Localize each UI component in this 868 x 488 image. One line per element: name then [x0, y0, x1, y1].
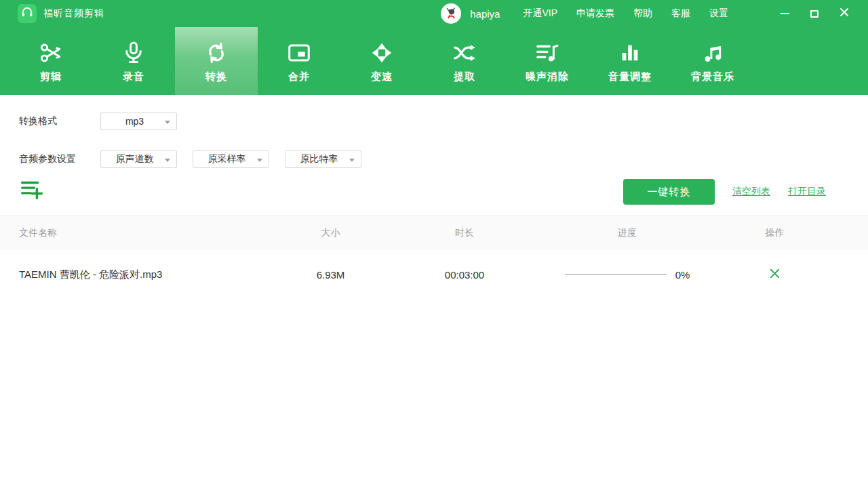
username[interactable]: hapiya: [470, 8, 500, 20]
params-label: 音频参数设置: [19, 153, 100, 165]
headphones-icon: [20, 5, 34, 22]
menu-item-invoice[interactable]: 申请发票: [576, 7, 614, 20]
tool-label: 提取: [454, 70, 475, 83]
header-operation: 操作: [722, 227, 827, 239]
format-select[interactable]: mp3: [100, 113, 177, 130]
window-controls: [765, 3, 868, 24]
scissors-icon: [38, 39, 64, 66]
progress-cell: 0%: [532, 269, 722, 281]
menu-item-vip[interactable]: 开通VIP: [523, 7, 557, 20]
format-select-value: mp3: [125, 116, 144, 127]
tool-record[interactable]: 录音: [92, 27, 175, 95]
menu-item-help[interactable]: 帮助: [633, 7, 652, 20]
tool-background-music[interactable]: 背景音乐: [671, 27, 754, 95]
chevron-down-icon: [165, 159, 170, 162]
header-file-name: 文件名称: [0, 227, 264, 239]
volume-bars-icon: [618, 39, 642, 66]
add-file-list-icon: [20, 180, 45, 204]
playlist-note-icon: [534, 39, 560, 66]
tool-volume-adjust[interactable]: 音量调整: [589, 27, 671, 95]
add-files-button[interactable]: [20, 180, 45, 204]
shuffle-extract-icon: [452, 39, 477, 66]
chevron-down-icon: [257, 159, 262, 162]
chevron-down-icon: [349, 159, 355, 162]
app-title: 福昕音频剪辑: [43, 7, 104, 20]
file-duration: 00:03:00: [397, 269, 532, 281]
bitrate-select[interactable]: 原比特率: [285, 150, 361, 168]
chevron-down-icon: [165, 121, 170, 124]
titlebar-menu: 开通VIP 申请发票 帮助 客服 设置: [523, 7, 747, 20]
merge-icon: [286, 39, 312, 66]
tool-noise-removal[interactable]: 噪声消除: [506, 27, 589, 95]
format-label: 转换格式: [19, 115, 100, 127]
minimize-icon: [781, 13, 789, 14]
header-size: 大小: [264, 227, 397, 239]
tool-label: 变速: [371, 70, 393, 83]
music-note-icon: [701, 39, 725, 66]
convert-arrows-icon: [203, 39, 229, 66]
file-size: 6.93M: [264, 269, 397, 281]
user-avatar[interactable]: [441, 3, 461, 24]
action-row: 一键转换 清空列表 打开目录: [0, 179, 868, 205]
tool-clip[interactable]: 剪辑: [9, 27, 92, 95]
one-click-convert-button[interactable]: 一键转换: [623, 179, 715, 205]
tool-label: 背景音乐: [691, 70, 734, 83]
toolbar: 剪辑 录音 转换 合并: [0, 27, 868, 95]
tool-label: 噪声消除: [526, 70, 569, 83]
close-x-icon: [769, 268, 781, 281]
app-logo: [18, 4, 37, 23]
main-content: 转换格式 mp3 音频参数设置 原声道数 原采样率 原比特率: [0, 95, 868, 488]
sample-rate-select[interactable]: 原采样率: [193, 150, 269, 168]
speed-pad-icon: [370, 39, 394, 66]
sample-rate-select-value: 原采样率: [208, 153, 246, 165]
delete-file-button[interactable]: [767, 266, 783, 283]
operation-cell: [722, 266, 827, 283]
maximize-button[interactable]: [804, 3, 825, 24]
bitrate-select-value: 原比特率: [300, 153, 338, 165]
channels-select-value: 原声道数: [116, 153, 154, 165]
minimize-button[interactable]: [774, 3, 795, 24]
tool-label: 音量调整: [608, 70, 652, 83]
titlebar-right: hapiya 开通VIP 申请发票 帮助 客服 设置: [441, 3, 868, 24]
table-row: TAEMIN 曹凯伦 - 危险派对.mp3 6.93M 00:03:00 0%: [0, 250, 868, 299]
channels-select[interactable]: 原声道数: [100, 150, 177, 168]
tool-label: 合并: [288, 70, 310, 83]
header-duration: 时长: [397, 227, 532, 239]
tool-label: 录音: [123, 70, 144, 83]
format-row: 转换格式 mp3: [19, 95, 868, 130]
header-progress: 进度: [532, 227, 722, 239]
close-icon: [840, 7, 849, 20]
tool-label: 转换: [205, 70, 227, 83]
file-name: TAEMIN 曹凯伦 - 危险派对.mp3: [0, 268, 264, 281]
tool-merge[interactable]: 合并: [258, 27, 340, 95]
maximize-icon: [810, 10, 818, 18]
params-row: 音频参数设置 原声道数 原采样率 原比特率: [19, 150, 868, 168]
tool-speed[interactable]: 变速: [340, 27, 423, 95]
clear-list-link[interactable]: 清空列表: [732, 186, 770, 198]
open-folder-link[interactable]: 打开目录: [788, 186, 826, 198]
tool-extract[interactable]: 提取: [423, 27, 506, 95]
menu-item-settings[interactable]: 设置: [709, 7, 728, 20]
action-buttons: 一键转换 清空列表 打开目录: [623, 179, 826, 205]
file-table: 文件名称 大小 时长 进度 操作 TAEMIN 曹凯伦 - 危险派对.mp3 6…: [0, 216, 868, 299]
menu-item-support[interactable]: 客服: [671, 7, 690, 20]
close-button[interactable]: [834, 3, 854, 24]
tool-label: 剪辑: [40, 70, 62, 83]
table-header: 文件名称 大小 时长 进度 操作: [0, 216, 868, 250]
progress-bar: [565, 274, 667, 275]
titlebar: 福昕音频剪辑 hapiya 开通VIP 申请发票 帮助 客服 设置: [0, 0, 868, 27]
progress-percent: 0%: [675, 269, 690, 281]
tool-convert[interactable]: 转换: [175, 27, 258, 95]
microphone-icon: [121, 39, 146, 66]
